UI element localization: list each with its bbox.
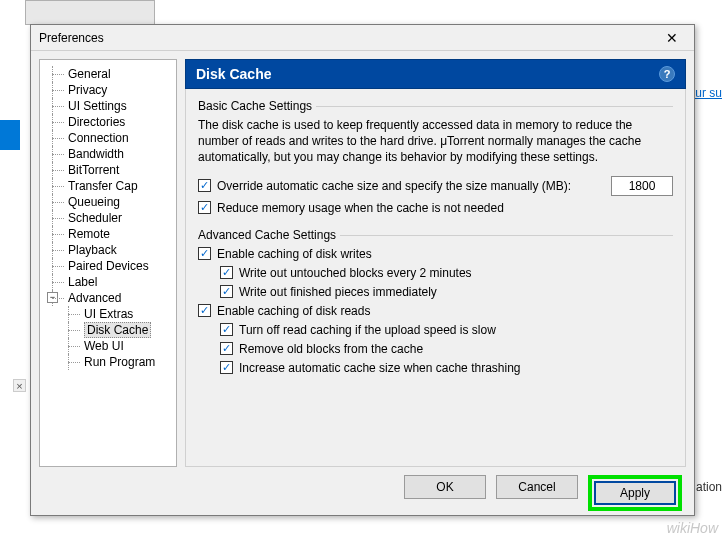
override-row: ✓ Override automatic cache size and spec… — [198, 176, 673, 196]
reads-remove-checkbox[interactable]: ✓ — [220, 342, 233, 355]
writes-row: ✓ Enable caching of disk writes — [198, 247, 673, 261]
tree-item-directories[interactable]: Directories — [42, 114, 174, 130]
writes-untouched-checkbox[interactable]: ✓ — [220, 266, 233, 279]
background-close-icon[interactable]: × — [13, 379, 26, 392]
tree-item-label[interactable]: Label — [42, 274, 174, 290]
reduce-label: Reduce memory usage when the cache is no… — [217, 201, 504, 215]
tree-item-disk-cache[interactable]: Disk Cache — [42, 322, 174, 338]
background-text-fragment: ation — [696, 480, 722, 494]
tree-item-paired-devices[interactable]: Paired Devices — [42, 258, 174, 274]
basic-group-title: Basic Cache Settings — [198, 99, 673, 113]
watermark: wikiHow — [667, 520, 718, 536]
advanced-group-title: Advanced Cache Settings — [198, 228, 673, 242]
writes-untouched-label: Write out untouched blocks every 2 minut… — [239, 266, 472, 280]
reads-row: ✓ Enable caching of disk reads — [198, 304, 673, 318]
reads-upload-checkbox[interactable]: ✓ — [220, 323, 233, 336]
reads-thrash-checkbox[interactable]: ✓ — [220, 361, 233, 374]
tree-item-transfer-cap[interactable]: Transfer Cap — [42, 178, 174, 194]
writes-finished-row: ✓ Write out finished pieces immediately — [220, 285, 673, 299]
panel-body: Basic Cache Settings The disk cache is u… — [185, 89, 686, 467]
reads-label: Enable caching of disk reads — [217, 304, 370, 318]
basic-description: The disk cache is used to keep frequentl… — [198, 117, 673, 166]
settings-panel: Disk Cache ? Basic Cache Settings The di… — [185, 59, 686, 467]
panel-header: Disk Cache ? — [185, 59, 686, 89]
background-sidebar-highlight — [0, 120, 20, 150]
reads-remove-row: ✓ Remove old blocks from the cache — [220, 342, 673, 356]
titlebar: Preferences ✕ — [31, 25, 694, 51]
dialog-content: General Privacy UI Settings Directories … — [31, 51, 694, 475]
apply-highlight: Apply — [588, 475, 682, 511]
tree-item-privacy[interactable]: Privacy — [42, 82, 174, 98]
tree-item-general[interactable]: General — [42, 66, 174, 82]
button-row: OK Cancel Apply — [31, 475, 694, 521]
tree-item-ui-settings[interactable]: UI Settings — [42, 98, 174, 114]
reads-thrash-label: Increase automatic cache size when cache… — [239, 361, 521, 375]
reads-remove-label: Remove old blocks from the cache — [239, 342, 423, 356]
tree-item-playback[interactable]: Playback — [42, 242, 174, 258]
cache-size-input[interactable]: 1800 — [611, 176, 673, 196]
ok-button[interactable]: OK — [404, 475, 486, 499]
tree-item-ui-extras[interactable]: UI Extras — [42, 306, 174, 322]
background-tab — [25, 0, 155, 25]
category-tree[interactable]: General Privacy UI Settings Directories … — [39, 59, 177, 467]
reads-thrash-row: ✓ Increase automatic cache size when cac… — [220, 361, 673, 375]
tree-item-bandwidth[interactable]: Bandwidth — [42, 146, 174, 162]
tree-item-web-ui[interactable]: Web UI — [42, 338, 174, 354]
expander-icon[interactable]: − — [47, 292, 58, 303]
reads-upload-row: ✓ Turn off read caching if the upload sp… — [220, 323, 673, 337]
override-label: Override automatic cache size and specif… — [217, 179, 571, 193]
dialog-title: Preferences — [39, 31, 104, 45]
tree-item-remote[interactable]: Remote — [42, 226, 174, 242]
writes-label: Enable caching of disk writes — [217, 247, 372, 261]
tree-item-scheduler[interactable]: Scheduler — [42, 210, 174, 226]
cancel-button[interactable]: Cancel — [496, 475, 578, 499]
tree-item-bittorrent[interactable]: BitTorrent — [42, 162, 174, 178]
reads-checkbox[interactable]: ✓ — [198, 304, 211, 317]
writes-finished-label: Write out finished pieces immediately — [239, 285, 437, 299]
writes-finished-checkbox[interactable]: ✓ — [220, 285, 233, 298]
help-icon[interactable]: ? — [659, 66, 675, 82]
panel-title: Disk Cache — [196, 66, 271, 82]
writes-checkbox[interactable]: ✓ — [198, 247, 211, 260]
reduce-checkbox[interactable]: ✓ — [198, 201, 211, 214]
reads-upload-label: Turn off read caching if the upload spee… — [239, 323, 496, 337]
reduce-row: ✓ Reduce memory usage when the cache is … — [198, 201, 673, 215]
apply-button[interactable]: Apply — [594, 481, 676, 505]
tree-item-connection[interactable]: Connection — [42, 130, 174, 146]
override-checkbox[interactable]: ✓ — [198, 179, 211, 192]
preferences-dialog: Preferences ✕ General Privacy UI Setting… — [30, 24, 695, 516]
tree-item-run-program[interactable]: Run Program — [42, 354, 174, 370]
close-icon[interactable]: ✕ — [658, 30, 686, 46]
tree-item-advanced[interactable]: − Advanced — [42, 290, 174, 306]
tree-item-queueing[interactable]: Queueing — [42, 194, 174, 210]
writes-untouched-row: ✓ Write out untouched blocks every 2 min… — [220, 266, 673, 280]
